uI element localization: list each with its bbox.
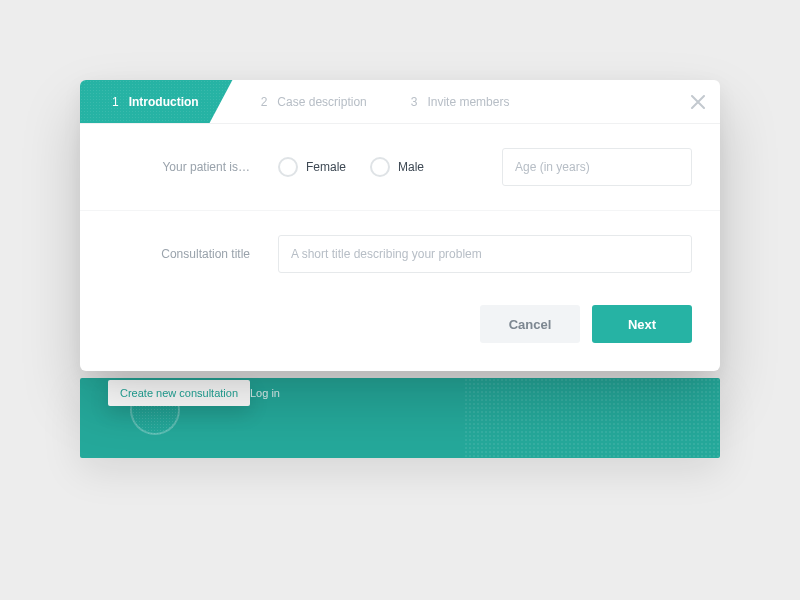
next-button[interactable]: Next — [592, 305, 692, 343]
step-label: Case description — [277, 95, 366, 109]
step-invite-members[interactable]: 3 Invite members — [389, 80, 532, 123]
consultation-wizard-modal: 1 Introduction 2 Case description 3 Invi… — [80, 80, 720, 371]
radio-icon — [370, 157, 390, 177]
step-number: 3 — [411, 95, 418, 109]
gender-female-radio[interactable]: Female — [278, 157, 346, 177]
step-label: Introduction — [129, 95, 199, 109]
consultation-title-input[interactable] — [278, 235, 692, 273]
create-consultation-button[interactable]: Create new consultation — [108, 380, 250, 406]
login-link[interactable]: Log in — [250, 387, 280, 399]
wizard-steps: 1 Introduction 2 Case description 3 Invi… — [80, 80, 720, 124]
title-label: Consultation title — [108, 247, 278, 261]
close-icon[interactable] — [676, 80, 720, 123]
step-introduction[interactable]: 1 Introduction — [80, 80, 239, 123]
radio-icon — [278, 157, 298, 177]
radio-label: Male — [398, 160, 424, 174]
step-label: Invite members — [427, 95, 509, 109]
wizard-footer: Cancel Next — [80, 297, 720, 371]
gender-male-radio[interactable]: Male — [370, 157, 424, 177]
step-number: 2 — [261, 95, 268, 109]
patient-row: Your patient is… Female Male — [80, 124, 720, 210]
step-number: 1 — [112, 95, 119, 109]
radio-label: Female — [306, 160, 346, 174]
age-input[interactable] — [502, 148, 692, 186]
title-row: Consultation title — [80, 210, 720, 297]
patient-label: Your patient is… — [108, 160, 278, 174]
cancel-button[interactable]: Cancel — [480, 305, 580, 343]
